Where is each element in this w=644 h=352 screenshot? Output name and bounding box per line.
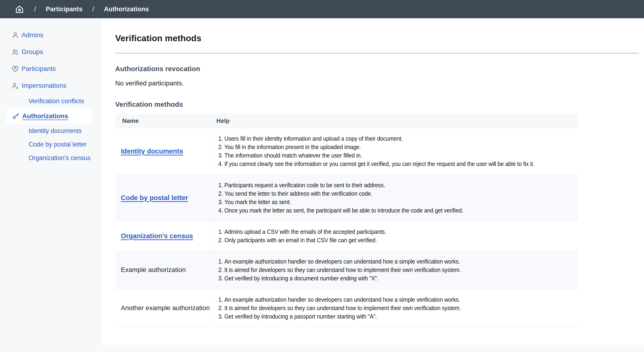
table-row: Identity documents Users fill in their i…	[115, 128, 578, 175]
help-step: Participants request a verification code…	[224, 181, 578, 189]
method-name-example-authorization: Example authorization	[121, 266, 186, 274]
column-header-help: Help	[212, 114, 578, 128]
help-step: Get verified by introducing a passport n…	[224, 312, 578, 321]
main-content: Verification methods Authorizations revo…	[102, 18, 644, 345]
revocation-status-text: No verified participants.	[115, 79, 639, 87]
help-step: It is aimed for developers so they can u…	[224, 266, 578, 274]
sidebar-item-admins[interactable]: Admins	[0, 27, 102, 43]
table-row: Example authorization An example authori…	[115, 251, 578, 289]
sidebar-item-organizations-census[interactable]: Organization's census	[0, 151, 102, 165]
sidebar-item-label: Groups	[22, 48, 43, 56]
heart-icon	[11, 65, 19, 73]
help-step: You fill in the information present in t…	[224, 143, 578, 151]
help-step: Once you mark the letter as sent, the pa…	[224, 206, 578, 215]
help-cell: An example authorization handler so deve…	[212, 251, 578, 289]
breadcrumb-participants[interactable]: Participants	[46, 5, 83, 13]
page-title: Verification methods	[115, 33, 639, 43]
sidebar-item-label: Verification conflicts	[28, 98, 84, 105]
breadcrumb-separator: /	[34, 5, 36, 13]
help-cell: Participants request a verification code…	[212, 175, 578, 221]
verification-methods-table: Name Help Identity documents Users fill …	[115, 114, 578, 327]
sidebar-item-code-by-postal-letter[interactable]: Code by postal letter	[0, 138, 102, 151]
page-footer	[0, 345, 644, 352]
user-icon	[11, 31, 19, 39]
table-header-row: Name Help	[115, 114, 578, 128]
column-header-name: Name	[115, 114, 212, 128]
table-row: Code by postal letter Participants reque…	[115, 175, 578, 221]
help-step: Only participants with an email in that …	[224, 236, 578, 244]
help-step: Admins upload a CSV with the emails of t…	[224, 228, 578, 236]
top-navbar: / Participants / Authorizations	[0, 0, 644, 18]
sidebar-item-authorizations-active[interactable]: Authorizations	[6, 109, 92, 124]
sidebar-item-label: Admins	[22, 31, 43, 39]
help-step: Get verified by introducing a document n…	[224, 274, 578, 283]
sidebar: Admins Groups Participants	[0, 18, 102, 345]
user-add-icon	[11, 82, 19, 90]
title-divider	[115, 53, 639, 53]
method-link-organizations-census[interactable]: Organization's census	[121, 232, 193, 240]
help-step: If you cannot clearly see the informatio…	[224, 160, 578, 168]
sidebar-item-verification-conflicts[interactable]: Verification conflicts	[0, 94, 102, 108]
help-cell: An example authorization handler so deve…	[212, 289, 578, 327]
sidebar-item-groups[interactable]: Groups	[0, 43, 102, 60]
sidebar-item-label: Organization's census	[28, 154, 91, 162]
sidebar-item-identity-documents[interactable]: Identity documents	[0, 124, 102, 138]
help-cell: Users fill in their identity information…	[212, 128, 578, 174]
sidebar-item-label: Participants	[22, 65, 56, 73]
users-icon	[11, 48, 19, 56]
method-name-another-example-authorization: Another example authorization	[121, 304, 210, 312]
sidebar-item-impersonations[interactable]: Impersonations	[0, 77, 102, 94]
breadcrumb-home-link[interactable]	[14, 4, 24, 14]
help-step: You send the letter to their address wit…	[224, 189, 578, 198]
help-step: The information should match whatever th…	[224, 151, 578, 160]
help-step: You mark the letter as sent.	[224, 198, 578, 206]
help-step: It is aimed for developers so they can u…	[224, 304, 578, 312]
breadcrumb-authorizations[interactable]: Authorizations	[104, 5, 149, 13]
revocation-heading: Authorizations revocation	[115, 65, 639, 73]
sidebar-item-label: Impersonations	[22, 82, 66, 90]
home-gear-icon	[14, 4, 24, 14]
sidebar-item-label: Code by postal letter	[28, 141, 87, 148]
breadcrumb-separator: /	[92, 5, 94, 13]
sidebar-item-label: Identity documents	[28, 127, 82, 135]
key-icon	[12, 112, 20, 120]
method-link-code-by-postal-letter[interactable]: Code by postal letter	[121, 194, 188, 202]
sidebar-item-participants[interactable]: Participants	[0, 60, 102, 77]
help-step: An example authorization handler so deve…	[224, 257, 578, 266]
help-cell: Admins upload a CSV with the emails of t…	[212, 221, 578, 251]
table-row: Another example authorization An example…	[115, 289, 578, 327]
sidebar-item-label: Authorizations	[22, 112, 68, 120]
method-link-identity-documents[interactable]: Identity documents	[121, 147, 183, 155]
help-step: An example authorization handler so deve…	[224, 295, 578, 304]
table-row: Organization's census Admins upload a CS…	[115, 221, 578, 251]
help-step: Users fill in their identity information…	[224, 134, 578, 143]
methods-heading: Verification methods	[115, 100, 639, 109]
